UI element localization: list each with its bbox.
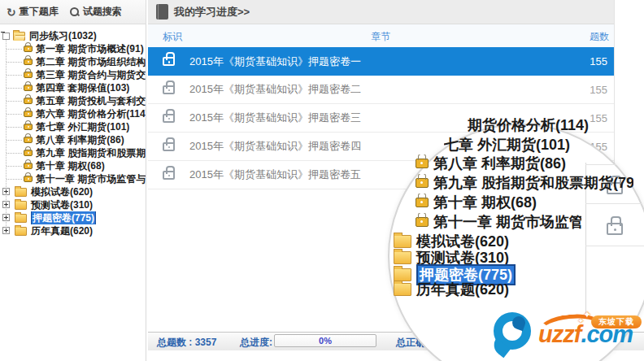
- expand-box-icon[interactable]: [2, 201, 10, 208]
- tree-connector-stub: [7, 88, 22, 89]
- table-header: 标识 章节 题数: [148, 24, 614, 48]
- total-progress-label: 总进度:: [240, 336, 272, 350]
- search-icon: [70, 7, 80, 17]
- paper-title: 2015年《期货基础知识》押题密卷四: [189, 139, 361, 154]
- column-header-chapter: 章节: [148, 30, 614, 44]
- tree-item-chapter[interactable]: 第八章 利率期货(86): [0, 133, 146, 146]
- tree-item-folder[interactable]: 押题密卷(775): [0, 211, 146, 224]
- tree-folder-label: 历年真题(620): [31, 224, 93, 237]
- tree-item-chapter[interactable]: 第十一章 期货市场监管与风险: [0, 172, 146, 185]
- paper-title: 2015年《期货基础知识》押题密卷二: [189, 82, 361, 97]
- tree-chapter-label: 第五章 期货投机与套利交易(11: [36, 94, 146, 107]
- paper-row[interactable]: 2015年《期货基础知识》押题密卷二155: [148, 76, 614, 104]
- tree-item-root[interactable]: 同步练习(1032): [0, 29, 146, 42]
- logo-badge-label: 东坡下载: [598, 316, 634, 328]
- gold-lock-icon: [24, 124, 33, 130]
- gold-lock-icon: [24, 176, 33, 182]
- paper-title: 2015年《期货基础知识》押题密卷五: [189, 167, 361, 182]
- tree-chapter-label: 第十一章 期货市场监管与风险: [36, 172, 146, 185]
- study-progress-bar: 我的学习进度>>: [148, 0, 614, 24]
- tree-item-chapter[interactable]: 第四章 套期保值(103): [0, 81, 146, 94]
- logo-badge: 东坡下载: [591, 315, 642, 328]
- paper-row[interactable]: 2015年《期货基础知识》押题密卷一155: [148, 47, 614, 76]
- gold-lock-icon: [24, 150, 33, 156]
- study-progress-link[interactable]: 我的学习进度>>: [174, 5, 250, 20]
- tree-chapter-label: 第四章 套期保值(103): [36, 81, 129, 94]
- sparkle-icon: ✦: [583, 309, 591, 320]
- lock-icon: [163, 142, 175, 151]
- paper-title: 2015年《期货基础知识》押题密卷三: [189, 111, 361, 125]
- lock-icon: [163, 85, 175, 94]
- lock-icon: [163, 171, 175, 180]
- tree-item-chapter[interactable]: 第七章 外汇期货(101): [0, 120, 146, 133]
- gold-lock-icon: [24, 111, 33, 117]
- logo-swirl-icon: [494, 312, 531, 350]
- gold-lock-icon: [24, 72, 33, 78]
- folder-icon: [15, 214, 27, 223]
- tree-connector-stub: [7, 179, 22, 180]
- total-progress-value: 0%: [319, 336, 332, 346]
- tree-chapter-label: 第三章 期货合约与期货交易制: [36, 68, 146, 81]
- tree-connector-stub: [7, 75, 22, 76]
- tree-connector-stub: [7, 114, 22, 115]
- paper-question-count: 155: [590, 55, 607, 67]
- tree-item-chapter[interactable]: 第九章 股指期货和股票期货(79: [0, 146, 146, 159]
- refresh-icon: ↻: [7, 7, 16, 18]
- tree-connector-stub: [7, 62, 22, 63]
- gold-lock-icon: [24, 46, 33, 52]
- paper-question-count: 155: [590, 84, 607, 96]
- gold-lock-icon: [24, 163, 33, 169]
- reload-bank-button[interactable]: ↻ 重下题库: [7, 5, 59, 19]
- logo-text-orange: uzzf: [538, 321, 581, 347]
- tree-connector-stub: [7, 101, 22, 102]
- gold-lock-icon: [24, 85, 33, 91]
- tree-item-chapter[interactable]: 第十章 期权(68): [0, 159, 146, 172]
- tree-chapter-label: 第八章 利率期货(86): [36, 133, 124, 146]
- app-window: ↻ 重下题库 试题搜索 同步练习(1032) 第一章 期货市场概述(91)第二章…: [0, 0, 644, 361]
- folder-icon: [15, 227, 27, 236]
- gold-lock-icon: [24, 137, 33, 143]
- expand-box-icon[interactable]: [2, 227, 10, 234]
- tree-item-folder[interactable]: 历年真题(620): [0, 224, 146, 237]
- tree-root-label: 同步练习(1032): [29, 29, 97, 42]
- tree-chapter-label: 第九章 股指期货和股票期货(79: [36, 146, 146, 159]
- open-folder-icon: [13, 32, 25, 41]
- tree-connector-stub: [7, 127, 22, 128]
- tree-item-folder[interactable]: 预测试卷(310): [0, 198, 146, 211]
- question-search-label: 试题搜索: [83, 5, 122, 19]
- tree-folder-label: 模拟试卷(620): [31, 185, 93, 198]
- paper-title: 2015年《期货基础知识》押题密卷一: [189, 54, 361, 69]
- folder-icon: [15, 201, 27, 210]
- collapse-box-icon[interactable]: [2, 33, 10, 40]
- book-icon: [156, 4, 168, 20]
- tree-item-chapter[interactable]: 第五章 期货投机与套利交易(11: [0, 94, 146, 107]
- tree-item-chapter[interactable]: 第二章 期货市场组织结构与投: [0, 55, 146, 68]
- lock-icon: [163, 114, 175, 123]
- tree-connector-stub: [7, 166, 22, 167]
- left-toolbar: ↻ 重下题库 试题搜索: [0, 0, 146, 24]
- tree-chapter-label: 第一章 期货市场概述(91): [36, 42, 144, 55]
- tree-item-chapter[interactable]: 第六章 期货价格分析(114): [0, 107, 146, 120]
- tree-connector-stub: [7, 49, 22, 50]
- column-header-count: 题数: [590, 30, 609, 44]
- gold-lock-icon: [24, 59, 33, 65]
- tree-connector-stub: [7, 140, 22, 141]
- tree-item-chapter[interactable]: 第三章 期货合约与期货交易制: [0, 68, 146, 81]
- lock-icon: [163, 57, 175, 66]
- total-progress-bar: 0%: [274, 334, 376, 347]
- tree-item-folder[interactable]: 模拟试卷(620): [0, 185, 146, 198]
- gold-lock-icon: [24, 98, 33, 104]
- folder-icon: [15, 188, 27, 197]
- tree-chapter-label: 第十章 期权(68): [36, 159, 105, 172]
- tree-chapter-label: 第七章 外汇期货(101): [36, 120, 129, 133]
- tree-folder-label: 预测试卷(310): [31, 198, 93, 211]
- expand-box-icon[interactable]: [2, 214, 10, 221]
- category-tree-panel: 同步练习(1032) 第一章 期货市场概述(91)第二章 期货市场组织结构与投第…: [0, 24, 146, 361]
- tree-connector-stub: [7, 153, 22, 154]
- tree-folder-label: 押题密卷(775): [31, 211, 96, 224]
- question-search-button[interactable]: 试题搜索: [70, 5, 122, 19]
- tree-item-chapter[interactable]: 第一章 期货市场概述(91): [0, 42, 146, 55]
- tree-chapter-label: 第二章 期货市场组织结构与投: [36, 55, 146, 68]
- expand-box-icon[interactable]: [2, 188, 10, 195]
- tree-chapter-label: 第六章 期货价格分析(114): [36, 107, 146, 120]
